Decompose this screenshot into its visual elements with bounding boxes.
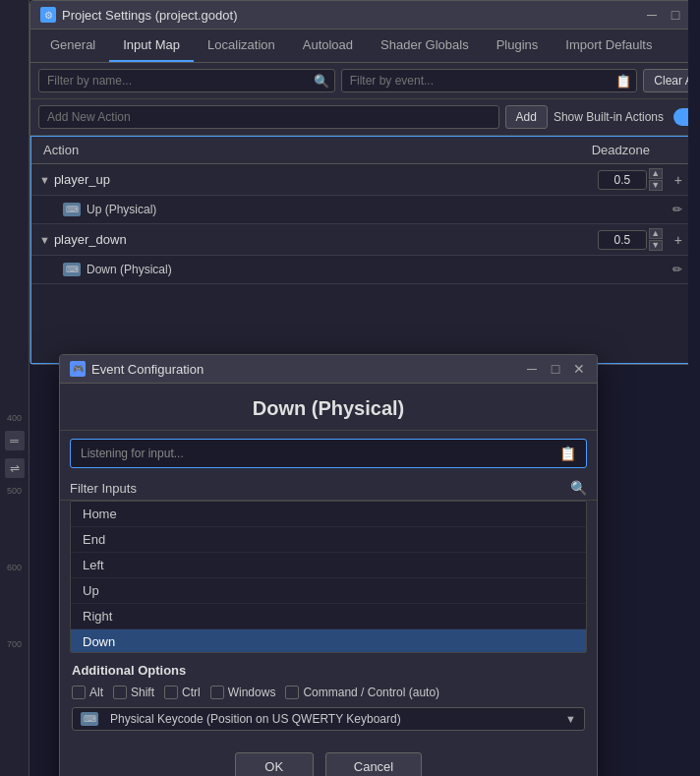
tab-autoload[interactable]: Autoload xyxy=(289,30,367,62)
dialog-title-bar: 🎮 Event Configuration ─ □ ✕ xyxy=(60,355,597,384)
ruler-500: 500 xyxy=(7,486,22,496)
table-empty-area xyxy=(31,284,700,363)
listening-text: Listening for input... xyxy=(81,447,184,460)
key-item-left[interactable]: Left xyxy=(71,553,586,578)
tab-shader-globals[interactable]: Shader Globals xyxy=(367,30,483,62)
dialog-window-icon: 🎮 xyxy=(70,361,86,377)
action-row-player-down[interactable]: ▼ player_down ▲ ▼ + 🗑 xyxy=(31,224,700,256)
filter-name-input[interactable] xyxy=(38,69,335,92)
checkbox-ctrl-box[interactable] xyxy=(164,686,178,699)
ruler-400: 400 xyxy=(7,413,22,423)
edit-up-physical[interactable]: ✏ xyxy=(669,201,686,218)
deadzone-input-player-up[interactable] xyxy=(598,170,647,190)
tab-input-map[interactable]: Input Map xyxy=(109,30,194,62)
filter-inputs-search-icon[interactable]: 🔍 xyxy=(570,480,587,496)
add-action-input[interactable] xyxy=(38,105,499,129)
sub-row-label-down-physical: Down (Physical) xyxy=(87,263,669,276)
deadzone-down-player-down[interactable]: ▼ xyxy=(649,240,663,251)
keycode-dropdown-label: Physical Keycode (Position on US QWERTY … xyxy=(110,712,401,726)
checkbox-windows-label: Windows xyxy=(228,686,276,699)
keycode-dropdown-keyboard-icon: ⌨ xyxy=(81,712,98,726)
key-list-wrapper: Home End Left Up Right Down xyxy=(70,501,587,653)
dialog-close-button[interactable]: ✕ xyxy=(571,361,587,377)
key-item-right[interactable]: Right xyxy=(71,604,586,629)
left-sidebar: 400 ═ ⇌ 500 600 700 xyxy=(0,0,29,776)
name-search-wrapper: 🔍 xyxy=(38,69,335,92)
listening-bar[interactable]: Listening for input... 📋 xyxy=(70,439,587,468)
checkbox-windows-box[interactable] xyxy=(210,686,224,699)
deadzone-control-player-down: ▲ ▼ xyxy=(598,228,663,251)
tab-plugins[interactable]: Plugins xyxy=(483,30,553,62)
expand-icon-player-down[interactable]: ▼ xyxy=(39,234,50,246)
filter-inputs-label: Filter Inputs xyxy=(70,481,564,496)
key-item-down[interactable]: Down xyxy=(71,629,586,653)
listening-icon: 📋 xyxy=(559,446,576,461)
checkbox-shift: Shift xyxy=(113,686,154,699)
cancel-button[interactable]: Cancel xyxy=(325,752,422,776)
keyboard-icon-down: ⌨ xyxy=(63,263,81,276)
ruler-600: 600 xyxy=(7,563,22,572)
checkbox-shift-box[interactable] xyxy=(113,686,127,699)
checkbox-alt: Alt xyxy=(72,686,103,699)
add-key-player-up[interactable]: + xyxy=(671,170,686,190)
key-item-end[interactable]: End xyxy=(71,527,586,553)
sidebar-tool-2[interactable]: ⇌ xyxy=(5,458,25,478)
key-item-up[interactable]: Up xyxy=(71,578,586,604)
key-list: Home End Left Up Right Down xyxy=(70,501,587,653)
dialog-title-text: Event Configuration xyxy=(91,362,204,377)
action-name-player-up: player_up xyxy=(54,172,598,187)
checkbox-command-control-box[interactable] xyxy=(285,686,299,699)
expand-icon-player-up[interactable]: ▼ xyxy=(39,174,50,186)
deadzone-up-player-down[interactable]: ▲ xyxy=(649,228,663,239)
checkbox-alt-box[interactable] xyxy=(72,686,86,699)
sub-row-down-physical: ⌨ Down (Physical) ✏ 🗑 xyxy=(31,256,700,284)
dialog-minimize-button[interactable]: ─ xyxy=(524,361,540,377)
checkbox-shift-label: Shift xyxy=(131,686,154,699)
tab-localization[interactable]: Localization xyxy=(194,30,289,62)
edit-down-physical[interactable]: ✏ xyxy=(669,261,686,278)
action-table: Action Deadzone ▼ player_up ▲ ▼ + 🗑 ⌨ Up… xyxy=(30,136,700,364)
tabs-bar: General Input Map Localization Autoload … xyxy=(30,30,700,63)
event-config-dialog: 🎮 Event Configuration ─ □ ✕ Down (Physic… xyxy=(59,354,598,776)
minimize-button[interactable]: ─ xyxy=(644,7,660,23)
ruler-700: 700 xyxy=(7,639,22,649)
col-header-deadzone: Deadzone xyxy=(534,143,662,157)
action-row-player-up[interactable]: ▼ player_up ▲ ▼ + 🗑 xyxy=(31,164,700,196)
additional-options-title: Additional Options xyxy=(72,663,585,678)
deadzone-up-player-up[interactable]: ▲ xyxy=(649,168,663,179)
tab-import-defaults[interactable]: Import Defaults xyxy=(552,30,666,62)
add-action-bar: Add Show Built-in Actions xyxy=(30,99,700,136)
key-item-home[interactable]: Home xyxy=(71,502,586,527)
event-search-wrapper: 📋 xyxy=(341,69,638,92)
add-key-player-down[interactable]: + xyxy=(671,230,686,250)
keyboard-icon-up: ⌨ xyxy=(63,203,81,216)
dialog-maximize-button[interactable]: □ xyxy=(548,361,563,377)
checkbox-windows: Windows xyxy=(210,686,276,699)
sub-row-label-up-physical: Up (Physical) xyxy=(87,203,669,216)
name-search-icon: 🔍 xyxy=(314,74,329,89)
additional-options: Additional Options Alt Shift Ctrl Window… xyxy=(60,653,597,745)
filter-event-input[interactable] xyxy=(341,69,638,92)
table-header: Action Deadzone xyxy=(31,137,700,164)
col-header-action: Action xyxy=(31,143,534,157)
window-title: Project Settings (project.godot) xyxy=(62,8,237,23)
checkbox-ctrl-label: Ctrl xyxy=(182,686,201,699)
add-button[interactable]: Add xyxy=(505,105,548,129)
event-search-icon: 📋 xyxy=(615,74,631,89)
filter-inputs-bar: Filter Inputs 🔍 xyxy=(60,476,597,501)
checkbox-command-control: Command / Control (auto) xyxy=(285,686,439,699)
deadzone-input-player-down[interactable] xyxy=(598,230,647,250)
filter-bar: 🔍 📋 Clear All xyxy=(30,63,700,99)
title-bar: ⚙ Project Settings (project.godot) ─ □ ✕ xyxy=(30,1,700,30)
window-icon: ⚙ xyxy=(40,7,56,23)
ok-button[interactable]: OK xyxy=(235,752,314,776)
checkbox-ctrl: Ctrl xyxy=(164,686,201,699)
action-name-player-down: player_down xyxy=(54,232,598,247)
deadzone-control-player-up: ▲ ▼ xyxy=(598,168,663,191)
deadzone-down-player-up[interactable]: ▼ xyxy=(649,180,663,191)
tab-general[interactable]: General xyxy=(36,30,109,62)
maximize-button[interactable]: □ xyxy=(668,7,683,23)
sidebar-tool-1[interactable]: ═ xyxy=(5,431,25,450)
checkbox-command-control-label: Command / Control (auto) xyxy=(303,686,439,699)
keycode-dropdown[interactable]: ⌨ Physical Keycode (Position on US QWERT… xyxy=(72,707,585,731)
